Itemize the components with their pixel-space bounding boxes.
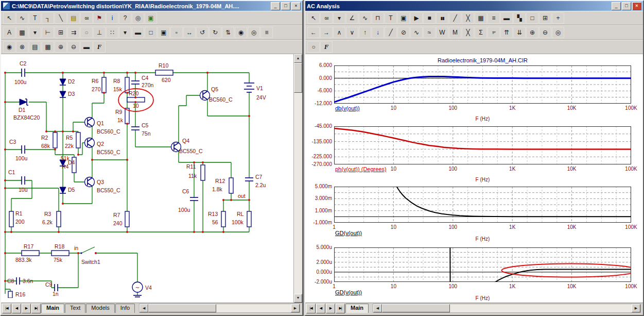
select-box-icon[interactable]: ▫ [170, 27, 183, 38]
rotate-cw-icon[interactable]: ↻ [209, 27, 221, 38]
zoom-in-icon[interactable]: ⊕ [526, 27, 538, 38]
border-toggle-icon[interactable]: ▬ [132, 27, 144, 38]
minimize-button[interactable]: _ [271, 2, 280, 10]
cursor-right-icon[interactable]: → [320, 27, 333, 38]
ground-icon[interactable]: ⊥ [93, 27, 106, 38]
part-browser-icon[interactable]: ▦ [16, 27, 28, 38]
flip-vertical-icon[interactable]: ⇅ [222, 27, 234, 38]
low-icon[interactable]: ↓ [372, 27, 384, 38]
digital-path-icon[interactable]: 68 [80, 12, 93, 24]
wave-m-icon[interactable]: M [449, 27, 461, 38]
find-next-icon[interactable]: ◎ [248, 27, 260, 38]
waveform-select-icon[interactable]: 68 [320, 12, 333, 24]
title-block-icon[interactable]: □ [145, 27, 157, 38]
tab-main[interactable]: Main [345, 304, 369, 313]
scroll-right-button[interactable]: ▶ [291, 304, 300, 312]
stop-button[interactable]: ■ [423, 12, 436, 24]
run-button[interactable]: ▶ [410, 12, 423, 24]
valley-icon[interactable]: ∨ [346, 27, 358, 38]
pin-connections-icon[interactable]: ⊢ [42, 27, 54, 38]
plot-ph[interactable] [334, 126, 631, 164]
scroll-left-button[interactable]: ◀ [373, 304, 382, 312]
grid-text-icon[interactable]: ≡ [488, 12, 500, 24]
close-button[interactable]: × [291, 2, 301, 10]
grid-toggle-icon[interactable]: ⊞ [55, 27, 67, 38]
plot-window-icon[interactable]: □ [526, 12, 538, 24]
prev-tab-button[interactable]: ◀ [316, 304, 325, 313]
color-settings-icon[interactable]: ▣ [145, 12, 157, 24]
high-icon[interactable]: ↑ [359, 27, 371, 38]
dot-grid-icon[interactable]: ∷ [106, 27, 118, 38]
trace-name-ph[interactable]: ph(v(out)) (Degrees) [335, 166, 387, 172]
zoom-out-icon[interactable]: ⊖ [67, 41, 80, 53]
scale-mode-icon[interactable]: ∠ [346, 12, 358, 24]
tab-main[interactable]: Main [41, 304, 64, 313]
data-points-icon[interactable]: ▦ [475, 12, 487, 24]
minimize-button[interactable]: _ [612, 2, 621, 10]
plot-db[interactable] [334, 65, 631, 104]
limits-icon[interactable]: ⊓ [372, 12, 384, 24]
circle-close-icon[interactable]: ⊗ [16, 41, 28, 53]
component-mode-icon[interactable]: ∿ [16, 12, 28, 24]
magnifier-icon[interactable]: ◎ [552, 27, 564, 38]
font-button[interactable]: F [93, 41, 106, 53]
zoom-in-icon[interactable]: ⊕ [55, 41, 67, 53]
cursor-wave-icon[interactable]: ∿ [359, 12, 371, 24]
fourier-icon[interactable]: Σ [475, 27, 487, 38]
single-plot-icon[interactable]: ▬ [500, 12, 513, 24]
plots-area[interactable]: Radioelectronik_1979-04M_AH.CIR6.0000.00… [305, 54, 643, 303]
scroll-right-button[interactable]: ▶ [632, 304, 640, 312]
text-mode-icon[interactable]: T [29, 12, 41, 24]
horizontal-scrollbar[interactable]: ◀ ▶ [373, 304, 641, 313]
first-tab-button[interactable]: |◀ [2, 304, 11, 313]
scroll-down-button[interactable]: ▼ [294, 294, 302, 303]
arrows-up-icon[interactable]: ⇈ [500, 27, 513, 38]
trace-name-db[interactable]: db(v(out)) [335, 105, 360, 111]
find-component-icon[interactable]: ◎ [132, 12, 144, 24]
cross-hair-icon[interactable]: ╳ [462, 27, 474, 38]
arrows-down-icon[interactable]: ⇊ [513, 27, 526, 38]
help-mode-icon[interactable]: ? [119, 12, 131, 24]
tag-cross-icon[interactable]: ╳ [462, 12, 474, 24]
page-layout-icon[interactable]: ▦ [42, 41, 54, 53]
last-tab-button[interactable]: ▶| [336, 304, 345, 313]
wave-approx-icon[interactable]: ≈ [423, 27, 436, 38]
schematic-drawing[interactable]: ∼C2100uD1BZX84C20C3100uC110uR1200R268kR3… [1, 54, 290, 298]
scroll-thumb[interactable] [294, 63, 302, 93]
circle-info-icon[interactable]: ◉ [3, 41, 15, 53]
peak-icon[interactable]: ∧ [333, 27, 345, 38]
trace-name-gd2[interactable]: GD(v(out)) [335, 289, 362, 295]
mode-dropdown-icon[interactable]: ▾ [29, 27, 41, 38]
cursor-add-icon[interactable]: + [552, 12, 564, 24]
cursor-left-icon[interactable]: ← [307, 27, 320, 38]
last-tab-button[interactable]: ▶| [31, 304, 41, 313]
trace-name-gd1[interactable]: GD(v(out)) [335, 230, 362, 236]
plot-gd1[interactable] [334, 187, 631, 223]
next-tab-button[interactable]: ▶ [22, 304, 31, 313]
wire-mode-icon[interactable]: ┐ [42, 12, 54, 24]
numeric-output-icon[interactable]: ⊞ [539, 12, 551, 24]
tab-text[interactable]: Text [65, 304, 85, 313]
brightness-icon[interactable]: ○ [80, 27, 93, 38]
wave-sine-icon[interactable]: ∿ [410, 27, 423, 38]
zoom-out-icon[interactable]: ⊖ [539, 27, 551, 38]
wave-w-icon[interactable]: W [436, 27, 448, 38]
zero-crossing-icon[interactable]: ⊘ [397, 27, 410, 38]
attributes-icon[interactable]: A [3, 27, 15, 38]
properties-icon[interactable]: ▣ [397, 12, 410, 24]
plot-gd2[interactable] [334, 247, 631, 282]
scroll-thumb[interactable] [382, 304, 450, 312]
text-mode-icon[interactable]: T [385, 12, 397, 24]
pause-button[interactable]: ▮▮ [436, 12, 448, 24]
first-tab-button[interactable]: |◀ [306, 304, 316, 313]
more-dropdown-icon[interactable]: ▾ [119, 27, 131, 38]
step-box-icon[interactable]: ⇉ [67, 27, 80, 38]
analysis-titlebar[interactable]: AC Analysis _ □ × [305, 1, 643, 11]
vertical-scrollbar[interactable]: ▲ ▼ [293, 54, 302, 303]
shape-tool-icon[interactable]: ○ [307, 41, 320, 53]
panel-layout-icon[interactable]: ▚ [513, 12, 526, 24]
sheet-list-icon[interactable]: ≡ [260, 27, 273, 38]
find-icon[interactable]: ◉ [235, 27, 247, 38]
plot-canvas[interactable]: Radioelectronik_1979-04M_AH.CIR6.0000.00… [305, 54, 643, 303]
info-mode-icon[interactable]: i [106, 12, 118, 24]
